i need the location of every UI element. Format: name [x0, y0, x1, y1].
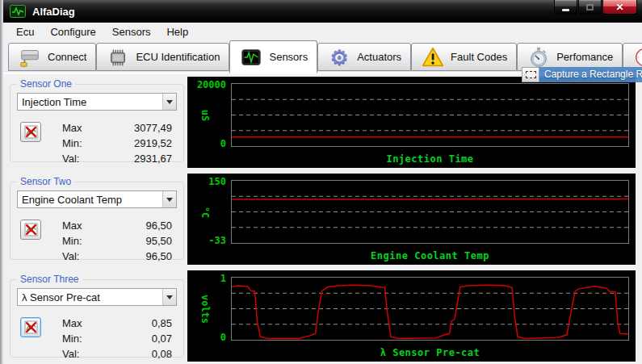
sensor-two-select[interactable]: Engine Coolant Temp — [17, 190, 177, 208]
dropdown-button[interactable] — [162, 191, 176, 207]
menu-item-configure[interactable]: Configure — [42, 24, 103, 40]
tab-ecu-identification[interactable]: ECU Identification — [96, 43, 229, 71]
dropdown-button[interactable] — [162, 94, 176, 110]
sensor-one-group: Sensor One Injection Time Max3077,49 Min… — [10, 84, 184, 162]
hardware-connector-icon — [18, 45, 42, 69]
tab-fault-codes[interactable]: Fault Codes — [411, 43, 517, 71]
sensor-three-select[interactable]: λ Sensor Pre-cat — [17, 288, 177, 306]
chip-icon — [106, 45, 130, 69]
stat-row-min: Min:0,07 — [62, 331, 172, 346]
sensor-one-select[interactable]: Injection Time — [17, 93, 177, 111]
chart-title: Injection Time — [231, 153, 629, 165]
chart-engine-coolant-temp: 150 °C -33 Engine Coolant Temp — [187, 174, 636, 265]
tab-label: Fault Codes — [451, 51, 507, 63]
menu-item-ecu[interactable]: Ecu — [8, 24, 42, 40]
selected-sensor: λ Sensor Pre-cat — [22, 291, 162, 303]
gear-icon: ⚙ — [327, 45, 351, 69]
clear-graph-button[interactable] — [20, 122, 41, 142]
dropdown-button[interactable] — [162, 289, 176, 305]
stat-row-val: Val:0,08 — [62, 346, 172, 362]
gauge-icon — [632, 45, 642, 69]
clear-graph-button[interactable] — [20, 317, 41, 337]
plot-area — [231, 180, 629, 244]
window-title: AlfaDiag — [32, 6, 75, 18]
stat-row-val: Val:96,50 — [62, 249, 172, 264]
capture-overlay: Capture a Rectangle Reg — [522, 67, 642, 82]
group-title: Sensor One — [17, 78, 75, 90]
chevron-down-icon — [166, 295, 173, 299]
tab-label: ECU Identification — [136, 51, 220, 63]
y-axis-min-tick: 0 — [187, 138, 226, 149]
oscilloscope-icon — [239, 45, 263, 69]
capture-rectangle-button[interactable] — [522, 67, 539, 82]
menu-item-help[interactable]: Help — [158, 24, 196, 40]
stat-row-min: Min:2919,52 — [62, 136, 172, 151]
close-icon: ✕ — [615, 2, 623, 13]
selected-sensor: Engine Coolant Temp — [22, 194, 162, 206]
tab-label: Connect — [48, 51, 86, 63]
selected-sensor: Injection Time — [22, 96, 162, 108]
clear-chart-icon — [24, 320, 38, 334]
sensor-stats: Max0,85 Min:0,07 Val:0,08 — [62, 316, 172, 362]
minimize-button[interactable] — [554, 0, 577, 15]
tab-label: Actuators — [357, 51, 401, 63]
tab-connect[interactable]: Connect — [8, 43, 96, 71]
menu-item-sensors[interactable]: Sensors — [104, 24, 159, 40]
warning-triangle-icon — [421, 45, 445, 69]
chart-title: λ Sensor Pre-cat — [231, 347, 629, 358]
caption-buttons: ✕ — [554, 0, 637, 15]
stat-row-val: Val:2931,67 — [62, 151, 172, 166]
stat-row-max: Max0,85 — [62, 316, 172, 331]
tab-label: Perfomance — [556, 51, 613, 63]
window-left-border — [0, 0, 3, 364]
chart-injection-time: 20000 uS 0 Injection Time — [187, 77, 636, 168]
chevron-down-icon — [166, 100, 173, 104]
alfadiag-window: AlfaDiag ✕ Ecu Configure Sensors Help Co… — [0, 0, 642, 364]
dashed-rectangle-icon — [526, 71, 536, 78]
group-title: Sensor Three — [17, 274, 82, 285]
chevron-down-icon — [166, 198, 173, 202]
tab-label: Sensors — [269, 51, 308, 63]
app-icon — [10, 5, 26, 18]
stat-row-max: Max3077,49 — [62, 120, 172, 136]
plot-area — [231, 83, 629, 147]
menu-bar: Ecu Configure Sensors Help — [3, 23, 642, 40]
tab-actuators[interactable]: ⚙ Actuators — [317, 43, 411, 71]
clear-chart-icon — [24, 125, 38, 139]
sensor-stats: Max3077,49 Min:2919,52 Val:2931,67 — [62, 120, 172, 166]
stopwatch-icon — [527, 45, 551, 69]
charts-column: 20000 uS 0 Injection Time 150 °C -33 — [187, 77, 636, 364]
chart-title: Engine Coolant Temp — [231, 250, 629, 261]
stat-row-max: Max96,50 — [62, 218, 172, 233]
y-axis-min-tick: -33 — [187, 235, 226, 246]
y-axis-min-tick: 0 — [187, 332, 226, 343]
clear-chart-icon — [24, 223, 38, 236]
chart-lambda-sensor-pre-cat: 1 volts 0 λ Sensor Pre-cat — [187, 270, 636, 362]
title-bar[interactable]: AlfaDiag ✕ — [3, 0, 642, 23]
capture-tooltip: Capture a Rectangle Reg — [539, 67, 642, 82]
sensor-three-group: Sensor Three λ Sensor Pre-cat Max0,85 Mi… — [10, 279, 184, 358]
close-button[interactable]: ✕ — [602, 0, 637, 15]
stat-row-min: Min:95,50 — [62, 233, 172, 249]
minimize-icon — [562, 9, 569, 11]
maximize-icon — [586, 4, 594, 10]
tab-sensors[interactable]: Sensors — [229, 40, 317, 73]
group-title: Sensor Two — [17, 176, 74, 187]
maximize-button[interactable] — [578, 0, 602, 15]
sensor-two-group: Sensor Two Engine Coolant Temp Max96,50 … — [10, 182, 184, 260]
sensor-stats: Max96,50 Min:95,50 Val:96,50 — [62, 218, 172, 264]
clear-graph-button[interactable] — [20, 220, 41, 240]
sensor-column: Sensor One Injection Time Max3077,49 Min… — [10, 84, 184, 364]
plot-area — [231, 277, 629, 341]
